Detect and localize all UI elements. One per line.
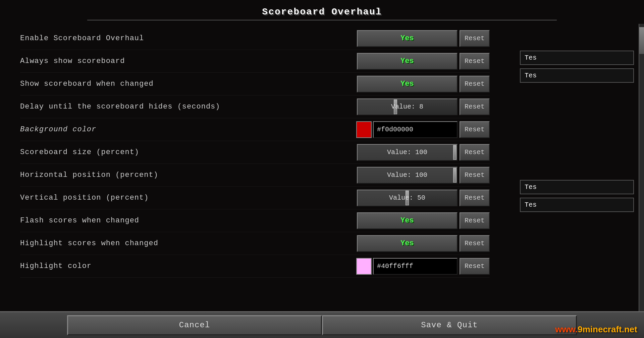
- yes-button-flash-scores[interactable]: Yes: [357, 212, 458, 229]
- preview-label-4: Tes: [525, 201, 537, 209]
- save-quit-button[interactable]: Save & Quit: [322, 315, 577, 335]
- reset-button-show-when-changed[interactable]: Reset: [460, 76, 490, 92]
- setting-label-enable-scoreboard: Enable Scoreboard Overhaul: [20, 34, 144, 43]
- yes-button-show-when-changed[interactable]: Yes: [357, 76, 458, 92]
- bottom-bar: Cancel Save & Quit www.9minecraft.net: [0, 311, 644, 338]
- preview-label-1: Tes: [525, 54, 537, 62]
- slider-horizontal-pos[interactable]: Value: 100: [357, 167, 458, 184]
- title-divider: [87, 20, 557, 20]
- preview-box-2: Tes: [520, 68, 634, 83]
- reset-button-highlight-color[interactable]: Reset: [460, 258, 490, 275]
- setting-label-show-when-changed: Show scoreboard when changed: [20, 80, 154, 88]
- setting-label-delay-hide: Delay until the scoreboard hides (second…: [20, 103, 220, 111]
- setting-row-scoreboard-size: Scoreboard size (percent)Value: 100Reset: [20, 141, 490, 164]
- setting-row-bg-color: Background colorReset: [20, 118, 490, 141]
- reset-button-enable-scoreboard[interactable]: Reset: [460, 30, 490, 47]
- color-swatch-highlight-color[interactable]: [356, 258, 372, 275]
- reset-button-bg-color[interactable]: Reset: [460, 121, 490, 138]
- control-col-show-when-changed: YesReset: [357, 76, 490, 92]
- setting-row-always-show: Always show scoreboardYesReset: [20, 50, 490, 73]
- control-col-highlight-color: Reset: [356, 258, 490, 275]
- slider-thumb-delay-hide[interactable]: [394, 99, 397, 114]
- setting-label-scoreboard-size: Scoreboard size (percent): [20, 148, 139, 156]
- control-col-bg-color: Reset: [356, 121, 490, 138]
- page-title: Scoreboard Overhaul: [262, 7, 382, 17]
- yes-button-highlight-scores[interactable]: Yes: [357, 235, 458, 252]
- setting-label-vertical-pos: Vertical position (percent): [20, 194, 149, 202]
- main-layout: Enable Scoreboard OverhaulYesResetAlways…: [0, 24, 644, 338]
- setting-label-horizontal-pos: Horizontal position (percent): [20, 171, 158, 179]
- setting-row-highlight-color: Highlight colorReset: [20, 255, 490, 278]
- slider-thumb-vertical-pos[interactable]: [406, 191, 409, 205]
- setting-row-vertical-pos: Vertical position (percent)Value: 50Rese…: [20, 187, 490, 209]
- title-area: Scoreboard Overhaul: [0, 7, 644, 20]
- setting-label-highlight-scores: Highlight scores when changed: [20, 239, 158, 248]
- preview-box-3: Tes: [520, 180, 634, 194]
- reset-button-flash-scores[interactable]: Reset: [460, 212, 490, 229]
- control-col-highlight-scores: YesReset: [357, 235, 490, 252]
- setting-row-delay-hide: Delay until the scoreboard hides (second…: [20, 95, 490, 118]
- color-control-bg-color: [356, 121, 458, 138]
- watermark: www.9minecraft.net: [555, 324, 637, 335]
- setting-row-show-when-changed: Show scoreboard when changedYesReset: [20, 73, 490, 95]
- setting-row-highlight-scores: Highlight scores when changedYesReset: [20, 232, 490, 255]
- setting-label-bg-color: Background color: [20, 125, 96, 134]
- yes-button-always-show[interactable]: Yes: [357, 53, 458, 70]
- reset-button-delay-hide[interactable]: Reset: [460, 98, 490, 115]
- control-col-horizontal-pos: Value: 100Reset: [357, 167, 490, 184]
- slider-thumb-scoreboard-size[interactable]: [453, 145, 457, 160]
- slider-vertical-pos[interactable]: Value: 50: [357, 190, 458, 206]
- color-input-bg-color[interactable]: [373, 121, 458, 138]
- control-col-delay-hide: Value: 8Reset: [357, 98, 490, 115]
- setting-row-flash-scores: Flash scores when changedYesReset: [20, 209, 490, 232]
- reset-button-vertical-pos[interactable]: Reset: [460, 190, 490, 206]
- color-control-highlight-color: [356, 258, 458, 275]
- reset-button-scoreboard-size[interactable]: Reset: [460, 144, 490, 161]
- preview-area: Tes Tes Tes Tes: [520, 51, 634, 212]
- control-col-scoreboard-size: Value: 100Reset: [357, 144, 490, 161]
- control-col-always-show: YesReset: [357, 53, 490, 70]
- setting-label-highlight-color: Highlight color: [20, 262, 92, 270]
- preview-box-1: Tes: [520, 51, 634, 65]
- reset-button-always-show[interactable]: Reset: [460, 53, 490, 70]
- cancel-button[interactable]: Cancel: [67, 315, 322, 335]
- preview-label-2: Tes: [525, 72, 537, 79]
- reset-button-horizontal-pos[interactable]: Reset: [460, 167, 490, 184]
- control-col-flash-scores: YesReset: [357, 212, 490, 229]
- slider-delay-hide[interactable]: Value: 8: [357, 98, 458, 115]
- preview-box-4: Tes: [520, 198, 634, 212]
- color-input-highlight-color[interactable]: [373, 258, 458, 275]
- scrollbar-thumb[interactable]: [639, 27, 644, 54]
- color-swatch-bg-color[interactable]: [356, 121, 372, 138]
- setting-row-enable-scoreboard: Enable Scoreboard OverhaulYesReset: [20, 27, 490, 50]
- control-col-enable-scoreboard: YesReset: [357, 30, 490, 47]
- slider-thumb-horizontal-pos[interactable]: [453, 168, 457, 183]
- scrollbar[interactable]: [639, 24, 644, 311]
- setting-label-flash-scores: Flash scores when changed: [20, 216, 139, 225]
- yes-button-enable-scoreboard[interactable]: Yes: [357, 30, 458, 47]
- settings-panel: Enable Scoreboard OverhaulYesResetAlways…: [0, 24, 510, 338]
- setting-row-horizontal-pos: Horizontal position (percent)Value: 100R…: [20, 164, 490, 187]
- setting-label-always-show: Always show scoreboard: [20, 57, 125, 65]
- preview-label-3: Tes: [525, 183, 537, 191]
- reset-button-highlight-scores[interactable]: Reset: [460, 235, 490, 252]
- control-col-vertical-pos: Value: 50Reset: [357, 190, 490, 206]
- slider-scoreboard-size[interactable]: Value: 100: [357, 144, 458, 161]
